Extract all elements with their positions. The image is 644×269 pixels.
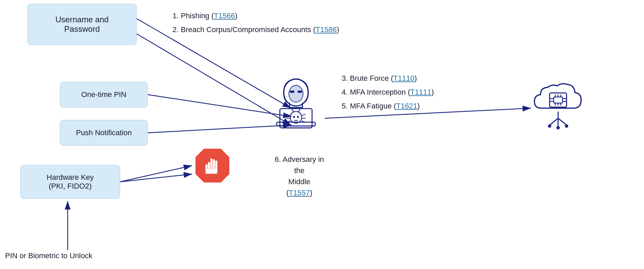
svg-rect-15 [205,169,217,174]
stop-sign-svg [192,145,233,186]
adversary-close: ) [310,189,312,197]
svg-line-24 [298,109,300,112]
svg-point-31 [293,116,295,118]
link-T1621[interactable]: T1621 [396,102,417,110]
svg-rect-34 [554,97,562,103]
svg-point-51 [565,124,568,128]
breach-text: 2. Breach Corpus/Compromised Accounts ( [172,25,316,34]
label-phishing-breach: 1. Phishing (T1566) 2. Breach Corpus/Com… [172,10,339,35]
pin-biometric-text: PIN or Biometric to Unlock [5,251,92,260]
svg-rect-19 [298,91,302,93]
brute-text: 3. Brute Force ( [342,74,393,82]
svg-point-49 [548,124,551,128]
hacker-svg [267,77,325,145]
label-line4: 4. MFA Interception (T1111) [342,87,434,98]
breach-close: ) [337,25,339,34]
label-line5: 5. MFA Fatigue (T1621) [342,100,434,112]
mfa-fat-close: ) [417,102,420,110]
svg-line-23 [292,109,294,112]
link-T1557[interactable]: T1557 [289,189,310,197]
cloud-server-icon [531,78,585,132]
mfa-inter-close: ) [431,88,434,96]
link-T1111[interactable]: T1111 [410,88,431,96]
label-line1: 1. Phishing (T1566) [172,10,339,21]
node-username: Username and Password [27,4,137,45]
link-T1110[interactable]: T1110 [393,74,414,82]
svg-rect-18 [290,91,294,93]
stop-sign [192,145,233,186]
label-line3: 3. Brute Force (T1110) [342,73,434,84]
phishing-text: 1. Phishing ( [172,11,214,20]
svg-point-32 [297,116,299,118]
username-label: Username and Password [55,15,109,34]
node-otp: One-time PIN [60,82,148,107]
link-T1566[interactable]: T1566 [214,11,235,20]
label-brute-mfa: 3. Brute Force (T1110) 4. MFA Intercepti… [342,73,434,112]
brute-close: ) [414,74,417,82]
mfa-inter-text: 4. MFA Interception ( [342,88,410,96]
svg-point-50 [556,126,560,129]
otp-label: One-time PIN [81,90,126,99]
hacker-figure [267,77,325,145]
hardware-label: Hardware Key (PKI, FIDO2) [47,173,94,191]
link-T1586[interactable]: T1586 [316,25,337,34]
svg-line-46 [550,118,558,125]
label-pin-biometric: PIN or Biometric to Unlock [5,250,92,261]
svg-line-28 [302,114,305,116]
node-hardware: Hardware Key (PKI, FIDO2) [20,165,120,199]
cloud-server-svg [531,78,585,132]
push-label: Push Notification [76,128,132,137]
phishing-close: ) [235,11,237,20]
node-push: Push Notification [60,120,148,146]
svg-line-5 [120,166,192,182]
svg-line-48 [558,118,567,125]
svg-point-17 [289,85,303,102]
svg-point-22 [290,112,302,123]
label-line2: 2. Breach Corpus/Compromised Accounts (T… [172,24,339,35]
diagram-container: Username and Password One-time PIN Push … [0,0,644,269]
mfa-fat-text: 5. MFA Fatigue ( [342,102,396,110]
svg-line-25 [286,114,290,116]
svg-line-6 [120,174,192,182]
label-adversary: 6. Adversary in theMiddle(T1557) [271,154,328,198]
